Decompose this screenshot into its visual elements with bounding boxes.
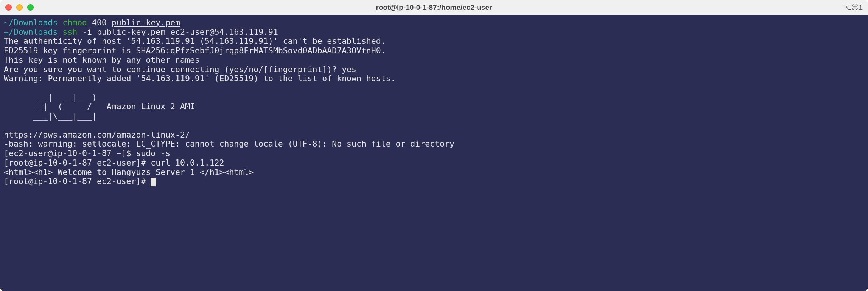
- traffic-lights: [5, 4, 34, 11]
- command-host: ec2-user@54.163.119.91: [170, 27, 278, 37]
- output-line: ED25519 key fingerprint is SHA256:qPfzSe…: [4, 46, 386, 55]
- prompt-dir: ~/Downloads: [4, 18, 58, 27]
- prompt-dir: ~/Downloads: [4, 27, 58, 37]
- terminal-content[interactable]: ~/Downloads chmod 400 public-key.pem ~/D…: [0, 15, 868, 291]
- minimize-button[interactable]: [16, 4, 23, 11]
- maximize-button[interactable]: [27, 4, 34, 11]
- output-line: <html><h1> Welcome to Hangyuzs Server 1 …: [4, 167, 254, 177]
- output-line: https://aws.amazon.com/amazon-linux-2/: [4, 130, 190, 139]
- output-line: -bash: warning: setlocale: LC_CTYPE: can…: [4, 139, 454, 149]
- command-file: public-key.pem: [97, 27, 165, 37]
- command: chmod: [62, 18, 87, 27]
- ascii-art-line: __| __|_ ): [4, 93, 97, 102]
- command-arg: -i: [82, 27, 92, 37]
- titlebar: root@ip-10-0-1-87:/home/ec2-user ⌥⌘1: [0, 0, 868, 15]
- window-title: root@ip-10-0-1-87:/home/ec2-user: [376, 3, 492, 12]
- prompt-line: [root@ip-10-0-1-87 ec2-user]# curl 10.0.…: [4, 158, 224, 167]
- command-arg: 400: [92, 18, 107, 27]
- command: ssh: [62, 27, 77, 37]
- cursor: [151, 178, 156, 186]
- output-line: This key is not known by any other names: [4, 55, 200, 65]
- terminal-window: root@ip-10-0-1-87:/home/ec2-user ⌥⌘1 ~/D…: [0, 0, 868, 291]
- output-line: The authenticity of host '54.163.119.91 …: [4, 36, 386, 46]
- close-button[interactable]: [5, 4, 12, 11]
- ascii-art-line: ___|\___|___|: [4, 111, 97, 121]
- output-line: Are you sure you want to continue connec…: [4, 65, 356, 74]
- keyboard-shortcut: ⌥⌘1: [843, 3, 863, 12]
- prompt-line: [ec2-user@ip-10-0-1-87 ~]$ sudo -s: [4, 149, 170, 158]
- prompt-line: [root@ip-10-0-1-87 ec2-user]#: [4, 176, 151, 186]
- ascii-art-line: _| ( / Amazon Linux 2 AMI: [4, 102, 195, 111]
- command-file: public-key.pem: [112, 18, 180, 27]
- output-line: Warning: Permanently added '54.163.119.9…: [4, 74, 396, 83]
